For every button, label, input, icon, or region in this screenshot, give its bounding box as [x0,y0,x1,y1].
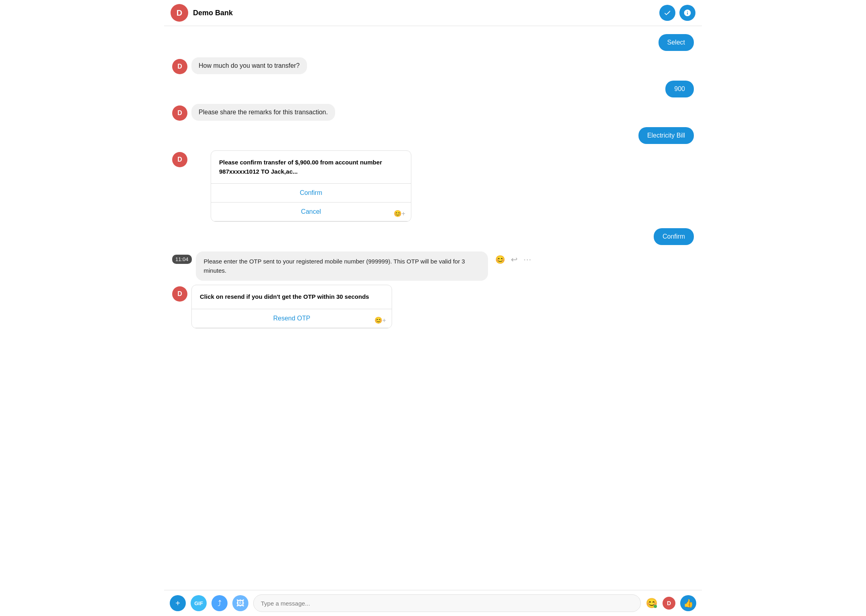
chat-area: Select D How much do you want to transfe… [164,26,702,590]
header-actions [659,5,695,21]
otp-timestamp: 11:04 [172,255,192,264]
header-title: Demo Bank [193,9,659,17]
resend-card-body: Click on resend if you didn't get the OT… [192,285,392,309]
chat-header: D Demo Bank [164,0,702,26]
thumbs-up-button[interactable]: 👍 [680,595,696,611]
check-mark-button[interactable] [659,5,675,21]
confirm-card-confirm-button[interactable]: Confirm [211,184,411,203]
otp-message-row: 11:04 Please enter the OTP sent to your … [172,251,694,281]
add-button[interactable]: + [170,595,186,611]
select-message-row: Select [172,34,694,51]
check-icon [663,9,671,17]
otp-bubble: Please enter the OTP sent to your regist… [196,251,488,281]
confirm-card: Please confirm transfer of $,900.00 from… [211,150,411,222]
resend-otp-button[interactable]: Resend OTP [192,309,392,328]
image-icon: 🖼 [236,599,244,608]
reaction-icons: 😊 ↩ ⋯ [495,255,531,264]
thumbs-up-icon: 👍 [683,598,693,608]
confirm-card-row: D Please confirm transfer of $,900.00 fr… [172,150,694,222]
remarks-question-row: D Please share the remarks for this tran… [172,104,694,121]
remarks-question-bubble: Please share the remarks for this transa… [191,104,335,121]
gif-button[interactable]: GIF [191,595,207,611]
confirm-card-body: Please confirm transfer of $,900.00 from… [211,151,411,184]
card-emoji-button[interactable]: 😊+ [394,210,405,217]
image-button[interactable]: 🖼 [232,595,248,611]
select-bubble: Select [659,34,694,51]
plus-icon: + [175,599,180,608]
amount-message-row: 900 [172,81,694,97]
bot-avatar-3: D [172,152,187,167]
gif-icon: GIF [194,600,203,606]
share-icon: ⤴ [218,599,222,608]
bot-avatar-2: D [172,105,187,121]
emoji-button[interactable]: 😊 [646,598,658,609]
resend-card-row: D Click on resend if you didn't get the … [172,285,694,328]
otp-section: 11:04 Please enter the OTP sent to your … [172,251,694,328]
electricity-message-row: Electricity Bill [172,127,694,144]
user-avatar-small: D [663,597,675,610]
message-toolbar: + GIF ⤴ 🖼 😊 D 👍 [164,590,702,616]
share-button[interactable]: ⤴ [211,595,228,611]
transfer-question-bubble: How much do you want to transfer? [191,57,307,74]
resend-card: Click on resend if you didn't get the OT… [191,285,392,328]
electricity-bubble: Electricity Bill [638,127,694,144]
emoji-reaction-icon[interactable]: 😊 [495,255,505,264]
bot-avatar-1: D [172,59,187,74]
header-avatar: D [171,4,188,22]
bot-avatar-4: D [172,286,187,302]
more-reaction-icon[interactable]: ⋯ [523,255,531,264]
confirm-bubble: Confirm [654,228,694,245]
emoji-dot [654,605,657,608]
info-icon [683,9,691,17]
reply-reaction-icon[interactable]: ↩ [511,255,518,264]
amount-bubble: 900 [665,81,694,97]
transfer-question-row: D How much do you want to transfer? [172,57,694,74]
resend-card-emoji-button[interactable]: 😊+ [374,316,386,324]
info-button[interactable] [679,5,695,21]
confirm-card-cancel-button[interactable]: Cancel [211,203,411,221]
message-input[interactable] [253,594,641,612]
confirm-message-row: Confirm [172,228,694,245]
